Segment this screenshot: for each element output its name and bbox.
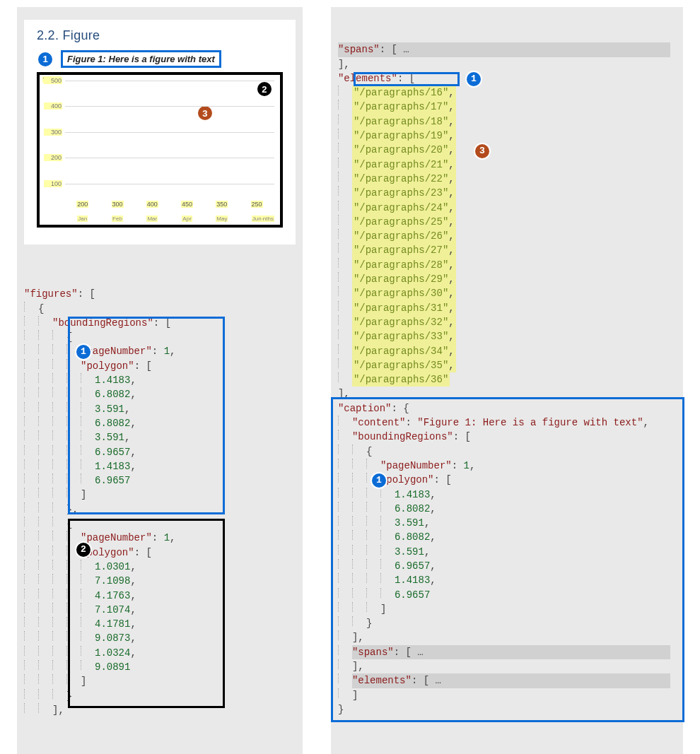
- chart-frame: Values Months 2 3 200300400450350250 100…: [37, 72, 283, 228]
- callout-badge-1: 1: [37, 51, 54, 68]
- bar-value-label: 450: [181, 201, 193, 208]
- json-left: "figures": [ { "boundingRegions": [ { "p…: [24, 273, 296, 754]
- x-tick: Feb: [112, 216, 123, 222]
- figure-caption-box: Figure 1: Here is a figure with text: [61, 50, 221, 68]
- left-column: 2.2. Figure 1 Figure 1: Here is a figure…: [17, 7, 303, 754]
- callout-badge-3-right: 3: [474, 143, 491, 160]
- json-right: "spans": [ … ], "elements": [ "/paragrap…: [338, 28, 676, 754]
- callout-badge-1-right: 1: [465, 71, 482, 88]
- right-column: "spans": [ … ], "elements": [ "/paragrap…: [331, 7, 683, 754]
- bar-value-label: 350: [216, 201, 228, 208]
- x-tick: Jun: [252, 216, 262, 222]
- y-tick: 500: [44, 77, 62, 84]
- y-tick: 400: [44, 102, 62, 110]
- bar-value-label: 300: [112, 201, 124, 208]
- figure-heading: 2.2. Figure: [37, 28, 283, 43]
- bar-value-label: 400: [146, 201, 158, 208]
- callout-badge-1-caption: 1: [371, 472, 387, 489]
- x-tick: May: [216, 216, 228, 222]
- x-ticks: JanFebMarAprMayJun: [65, 216, 274, 222]
- x-tick: Jan: [77, 216, 88, 222]
- y-tick: 200: [44, 154, 62, 161]
- y-tick: 100: [44, 180, 62, 187]
- section-title: Figure: [63, 28, 100, 42]
- x-tick: Apr: [182, 216, 192, 222]
- callout-badge-2-json: 2: [75, 541, 92, 558]
- x-tick: Mar: [146, 216, 158, 222]
- chart-area: 200300400450350250 100200300400500: [65, 81, 274, 209]
- figure-card: 2.2. Figure 1 Figure 1: Here is a figure…: [24, 20, 296, 245]
- bar-value-label: 200: [76, 201, 88, 208]
- section-number: 2.2.: [37, 28, 59, 42]
- bar-value-label: 250: [251, 201, 263, 208]
- y-tick: 300: [44, 129, 62, 136]
- callout-badge-1-json: 1: [75, 343, 92, 360]
